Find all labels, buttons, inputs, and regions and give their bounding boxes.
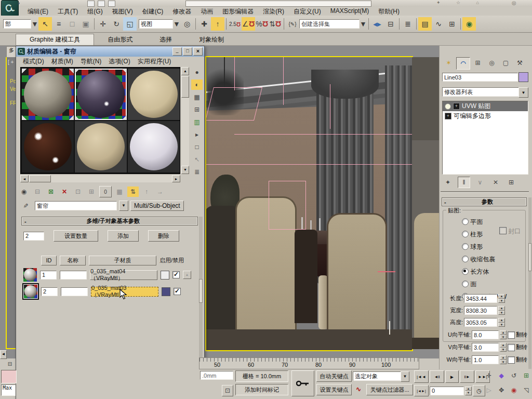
percent-snap-button[interactable]: %Ω [255,17,269,31]
orbit-button[interactable]: ◉ [509,385,519,395]
pin-stack-button[interactable]: ✦ [442,177,454,188]
u-flip-checkbox[interactable] [508,331,515,339]
field-of-view-button[interactable]: ↺ [509,370,519,381]
expand-icon[interactable]: + [453,103,460,110]
menu-material[interactable]: 材质(M) [48,57,77,66]
panel-scrollbar-thumb[interactable] [528,243,531,271]
menu-help[interactable]: 帮助(H) [374,6,404,16]
v-tile-field[interactable] [472,343,499,352]
remove-modifier-button[interactable]: ✕ [490,177,501,188]
set-number-button[interactable]: 设置数量 [54,230,98,242]
put-material-to-scene-button[interactable]: ⊟ [32,187,43,197]
menu-group[interactable]: 组(G) [83,6,107,16]
open-listener-button[interactable]: ◄ [0,350,7,359]
height-spinner[interactable]: ▲▼ [498,318,505,327]
key-mode-toggle[interactable]: |◄►| [414,385,429,396]
make-material-copy-button[interactable]: ⊡ [72,187,84,197]
reset-map-button[interactable]: ✕ [59,187,70,197]
curve-editor-button[interactable]: ∿ [432,17,445,31]
select-and-manipulate-button[interactable]: ✚ [197,17,211,31]
snaps-toggle-button[interactable]: 2.5Ω [228,17,242,31]
u-tile-spinner[interactable]: ▲▼ [500,330,507,339]
material-name-arrow[interactable]: ▼ [119,201,128,211]
maxscript-listener-pane[interactable]: Max [1,384,16,396]
sample-slot-3[interactable] [128,69,180,120]
sub-material-name-field[interactable] [60,271,87,280]
use-pivot-center-button[interactable]: ◎ [180,17,194,31]
viewport-layout-button[interactable]: ⊞ [521,370,531,381]
scroll-up-arrow[interactable]: ▲ [181,67,189,75]
ribbon-tab-freeform[interactable]: 自由形式 [94,34,146,45]
sub-material-button[interactable]: 0_035_mat04（VRayMtl） [90,270,157,280]
parameters-rollout-header[interactable]: - 参数 [442,197,527,206]
material-name-dropdown[interactable]: 窗帘 [35,201,117,210]
ribbon-tab-selection[interactable]: 选择 [146,34,185,45]
ribbon-tab-object-paint[interactable]: 对象绘制 [185,34,237,45]
current-frame-field[interactable] [430,387,464,395]
mirror-button[interactable]: ◀▶ [370,17,384,31]
delete-button[interactable]: 删除 [148,230,179,242]
select-and-move-button[interactable]: ✛ [96,17,110,31]
sub-material-color-swatch[interactable] [162,287,170,296]
sub-material-enable-checkbox[interactable] [172,271,180,278]
sub-material-id-field[interactable] [41,287,58,296]
stack-item-uvw-map[interactable]: + UVW 贴图 [443,101,528,111]
collapse-icon[interactable]: - [442,199,448,205]
set-key-button[interactable] [291,370,314,396]
selection-lock-toggle[interactable]: ⊡ [222,385,233,396]
pan-view-button[interactable]: ✥ [496,385,507,395]
logo-dropdown-arrow[interactable]: ▾ [18,1,20,6]
default-in-out-tangent-icon[interactable]: ∿ [353,384,364,394]
menu-modifiers[interactable]: 修改器 [168,6,196,16]
angle-snap-button[interactable]: ∠Ω [242,17,255,31]
mapping-option-box[interactable]: 长方体 [462,268,507,276]
maximize-button[interactable]: □ [183,47,192,56]
get-material-button[interactable]: ◉ [18,187,30,197]
status-coord-field[interactable] [200,371,233,380]
multi-sub-rollout-header[interactable]: - 多维/子对象基本参数 [21,217,198,225]
show-end-result-toggle[interactable]: ⇅ [127,187,139,197]
schematic-view-button[interactable]: ⊞ [445,17,459,31]
sub-material-color-swatch[interactable] [161,271,169,280]
menu-graph-editors[interactable]: 图形编辑器 [218,6,258,16]
caption-right-icons[interactable]: ✦ ☆ ⌂ [436,0,499,6]
cap-checkbox[interactable]: 封口 [499,227,521,236]
menu-maxscript[interactable]: MAXScript(M) [326,6,374,16]
mapping-option-planar[interactable]: 平面 [462,218,507,227]
material-id-channel-button[interactable]: 0 [99,186,112,197]
max-logo[interactable]: Ꮹ [1,0,19,17]
w-flip-checkbox[interactable] [508,356,515,364]
align-button[interactable]: ⊟ [384,17,397,31]
previous-frame-button[interactable]: ◄‖ [430,370,444,383]
selection-filter-arrow[interactable]: ▼ [31,17,38,31]
sample-uv-tiling-button[interactable]: ⊞ [191,104,203,115]
tab-display-icon[interactable]: ▢ [499,57,512,69]
w-tile-spinner[interactable]: ▲▼ [500,355,507,364]
sub-material-thumbnail-selected[interactable] [23,284,38,299]
stack-item-editable-poly[interactable]: + 可编辑多边形 [443,111,528,121]
trackbar-toggle-icon[interactable]: ⊟ [5,360,15,368]
slots-vertical-scrollbar[interactable]: ▲ ▼ [181,67,189,174]
menu-customize[interactable]: 自定义(U) [289,6,326,16]
make-unique-button[interactable]: ∨ [474,177,486,188]
background-button[interactable]: ▦ [191,92,203,102]
width-field[interactable] [464,306,497,315]
assign-material-to-selection-button[interactable]: ⊠ [45,187,57,197]
material-map-navigator-button[interactable]: ≣ [191,167,203,177]
select-by-name-button[interactable]: ≡ [52,17,65,31]
tab-utilities-icon[interactable]: ⚒ [513,57,526,69]
set-keys-button[interactable]: 设置关键点 [316,384,352,395]
render-setup-button[interactable]: ◉ [462,17,476,31]
menu-create[interactable]: 创建(C) [138,6,168,16]
close-button[interactable]: × [193,47,203,56]
sample-slot-6[interactable] [128,121,180,172]
mapping-option-spherical[interactable]: 球形 [462,243,507,251]
select-and-rotate-button[interactable]: ↻ [110,17,123,31]
show-end-result-button[interactable]: ‖ [458,177,470,188]
slots-horizontal-scrollbar[interactable]: ◄ ► [20,175,180,182]
next-frame-button[interactable]: ‖► [460,370,474,383]
tab-create-icon[interactable]: ✶ [442,57,455,69]
add-time-tag-button[interactable]: 添加时间标记 [235,384,288,395]
configure-modifier-sets-button[interactable]: ⊞ [506,177,517,188]
zoom-extents-all-button[interactable]: ◆ [496,370,507,381]
